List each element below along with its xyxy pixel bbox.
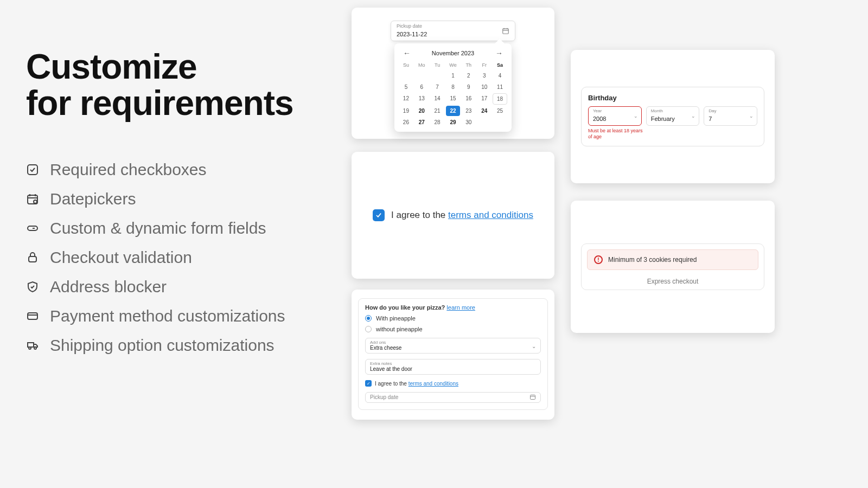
calendar-day[interactable]: 20 xyxy=(414,106,429,116)
calendar-day[interactable]: 28 xyxy=(430,117,445,127)
birthday-validation-card: Birthday Year 2008 ⌄ Month February ⌄ Da… xyxy=(571,50,775,183)
day-of-week-header: Sa xyxy=(493,61,507,69)
calendar-day[interactable]: 14 xyxy=(430,93,445,105)
pizza-option-with[interactable]: With pineapple xyxy=(365,315,541,322)
birthday-title: Birthday xyxy=(588,94,757,102)
calendar-day[interactable]: 19 xyxy=(399,106,413,116)
birthday-panel: Birthday Year 2008 ⌄ Month February ⌄ Da… xyxy=(581,87,764,147)
day-of-week-header: Su xyxy=(399,61,413,69)
feature-item: Address blocker xyxy=(26,278,330,296)
calendar-day[interactable]: 18 xyxy=(493,93,507,105)
notes-value: Leave at the door xyxy=(370,366,536,372)
calendar-day[interactable]: 23 xyxy=(461,106,476,116)
validation-text: Minimum of 3 cookies required xyxy=(608,256,697,264)
validation-banner: ! Minimum of 3 cookies required xyxy=(587,249,758,270)
calendar-day[interactable]: 26 xyxy=(399,117,413,127)
chevron-down-icon: ⌄ xyxy=(749,113,754,119)
calendar-day[interactable]: 25 xyxy=(493,106,507,116)
calendar-day[interactable]: 5 xyxy=(399,82,413,92)
pizza-pickup-placeholder: Pickup date xyxy=(370,394,536,400)
checkout-validation-card: ! Minimum of 3 cookies required Express … xyxy=(571,201,775,333)
pizza-pickup-date-input[interactable]: Pickup date xyxy=(365,392,541,403)
calendar-day[interactable]: 12 xyxy=(399,93,413,105)
birthday-month-select[interactable]: Month February ⌄ xyxy=(646,106,700,126)
heading-line2: for requirements xyxy=(26,84,293,123)
calendar-day[interactable]: 21 xyxy=(430,106,445,116)
alert-circle-icon: ! xyxy=(594,255,603,264)
learn-more-link[interactable]: learn more xyxy=(446,304,475,311)
calendar-day[interactable]: 1 xyxy=(446,70,461,81)
calendar-day[interactable]: 6 xyxy=(414,82,429,92)
calendar-day[interactable]: 16 xyxy=(461,93,476,105)
calendar-day[interactable]: 17 xyxy=(477,93,492,105)
addons-select[interactable]: Add ons Extra cheese ⌄ xyxy=(365,338,541,354)
calendar-day[interactable]: 29 xyxy=(446,117,461,127)
calendar-day[interactable]: 27 xyxy=(414,117,429,127)
terms-checkbox-card: I agree to the terms and conditions xyxy=(352,152,554,279)
calendar-icon xyxy=(529,394,536,401)
svg-rect-5 xyxy=(28,313,37,319)
calendar-day xyxy=(414,70,429,81)
calendar-day[interactable]: 13 xyxy=(414,93,429,105)
calendar-day[interactable]: 22 xyxy=(446,106,461,116)
terms-checkbox[interactable] xyxy=(373,209,385,221)
calendar-day xyxy=(477,117,492,127)
pizza-terms-link[interactable]: terms and conditions xyxy=(409,381,458,387)
day-of-week-header: Fr xyxy=(477,61,492,69)
feature-label: Datepickers xyxy=(50,190,136,208)
birthday-year-select[interactable]: Year 2008 ⌄ xyxy=(588,106,642,126)
terms-link[interactable]: terms and conditions xyxy=(448,210,533,220)
pizza-option-label: without pineapple xyxy=(376,326,423,332)
pizza-option-without[interactable]: without pineapple xyxy=(365,326,541,332)
svg-point-6 xyxy=(29,347,31,349)
truck-icon xyxy=(26,339,39,352)
feature-item: Payment method customizations xyxy=(26,307,330,325)
feature-item: Custom & dynamic form fields xyxy=(26,219,330,237)
calendar-day xyxy=(399,70,413,81)
svg-rect-9 xyxy=(531,395,535,400)
calendar-day[interactable]: 11 xyxy=(493,82,507,92)
calendar-day[interactable]: 24 xyxy=(477,106,492,116)
shield-icon xyxy=(26,280,39,293)
lock-icon xyxy=(26,251,39,264)
svg-point-7 xyxy=(34,347,36,349)
pizza-question-text: How do you like your pizza? xyxy=(365,304,445,311)
feature-item: Required checkboxes xyxy=(26,160,330,179)
svg-rect-4 xyxy=(29,256,36,262)
notes-input[interactable]: Extra notes Leave at the door xyxy=(365,359,541,375)
calendar-day xyxy=(430,70,445,81)
calendar-day[interactable]: 4 xyxy=(493,70,507,81)
day-of-week-header: Tu xyxy=(430,61,445,69)
pickup-date-input[interactable]: Pickup date 2023-11-22 xyxy=(391,21,515,41)
birthday-day-select[interactable]: Day 7 ⌄ xyxy=(704,106,757,126)
day-value: 7 xyxy=(709,115,712,122)
calendar-day[interactable]: 3 xyxy=(477,70,492,81)
custom-form-card: How do you like your pizza? learn more W… xyxy=(352,290,554,420)
pizza-terms-checkbox[interactable]: ✓ xyxy=(365,380,372,387)
calendar-day[interactable]: 7 xyxy=(430,82,445,92)
day-label: Day xyxy=(709,108,752,113)
calendar-day[interactable]: 9 xyxy=(461,82,476,92)
prev-month-button[interactable]: ← xyxy=(403,49,411,57)
calendar-day[interactable]: 30 xyxy=(461,117,476,127)
terms-text: I agree to the terms and conditions xyxy=(391,210,533,221)
datepicker-card: Pickup date 2023-11-22 ← November 2023 →… xyxy=(352,8,554,139)
pizza-form: How do you like your pizza? learn more W… xyxy=(358,298,548,410)
calendar-day[interactable]: 15 xyxy=(446,93,461,105)
calendar-day[interactable]: 2 xyxy=(461,70,476,81)
svg-point-2 xyxy=(34,200,37,203)
calendar-day[interactable]: 8 xyxy=(446,82,461,92)
heading-line1: Customize xyxy=(26,47,197,86)
feature-label: Address blocker xyxy=(50,278,167,296)
feature-label: Shipping option customizations xyxy=(50,336,275,355)
checkout-panel: ! Minimum of 3 cookies required Express … xyxy=(581,243,764,290)
chevron-down-icon: ⌄ xyxy=(691,113,695,119)
year-value: 2008 xyxy=(593,115,606,122)
calendar-icon xyxy=(502,27,509,35)
addons-value: Extra cheese xyxy=(370,345,536,351)
page-heading: Customize for requirements xyxy=(26,49,330,121)
next-month-button[interactable]: → xyxy=(495,49,503,57)
radio-icon xyxy=(365,326,372,332)
credit-card-icon xyxy=(26,310,39,323)
calendar-day[interactable]: 10 xyxy=(477,82,492,92)
